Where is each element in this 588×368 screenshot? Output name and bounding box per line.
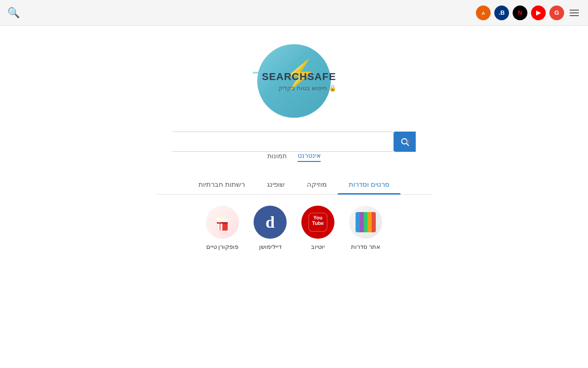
svg-point-16 xyxy=(216,218,220,221)
favicon-aliexpress[interactable]: A xyxy=(476,6,491,20)
dailymotion-letter: d xyxy=(266,213,275,232)
favicon-youtube[interactable]: ▶ xyxy=(531,6,546,20)
svg-text:You: You xyxy=(313,215,322,220)
tab-movies-series[interactable]: סרטים וסדרות xyxy=(338,177,401,194)
header-search-icon[interactable]: 🔍 xyxy=(7,7,20,19)
svg-point-19 xyxy=(222,216,226,219)
favicon-netflix[interactable]: N xyxy=(513,6,527,20)
tab-shopping[interactable]: שופינג xyxy=(256,177,296,194)
svg-rect-12 xyxy=(220,224,220,230)
youtube-label: יוטיוב xyxy=(311,243,325,250)
svg-rect-11 xyxy=(217,224,222,230)
site-item-popcorntime[interactable]: פופקורן טיים xyxy=(206,206,239,250)
category-tabs: סרטים וסדרות מוזיקה שופינג רשתות חברתיות xyxy=(156,177,432,195)
svg-point-17 xyxy=(226,218,229,221)
logo-container: ⚡ SEARCHSAFE 🔒 חיפוש בטוח בקליק xyxy=(248,44,340,118)
lock-icon: 🔒 xyxy=(329,85,336,92)
youtube-icon: You Tube xyxy=(301,206,334,239)
dailymotion-icon: d xyxy=(254,206,287,239)
youtube-icon-inner: You Tube xyxy=(305,209,331,235)
logo-title: SEARCHSAFE xyxy=(262,71,336,83)
logo-subtitle: 🔒 חיפוש בטוח בקליק xyxy=(262,85,336,92)
search-clear-button[interactable]: ✕ xyxy=(405,138,410,145)
site-item-dailymotion[interactable]: d דיילימושן xyxy=(254,206,287,250)
search-input[interactable] xyxy=(172,132,394,152)
svg-text:Tube: Tube xyxy=(312,220,323,226)
site-item-series[interactable]: אתר סדרות xyxy=(349,206,382,250)
main-content: ⚡ SEARCHSAFE 🔒 חיפוש בטוח בקליק ✕ אינטרנ… xyxy=(0,26,588,250)
popcorntime-icon xyxy=(206,206,239,239)
tab-images[interactable]: תמונות xyxy=(267,152,287,162)
logo-graphic: ⚡ SEARCHSAFE 🔒 חיפוש בטוח בקליק xyxy=(248,44,340,118)
search-wrapper: ✕ xyxy=(172,132,416,152)
header: G ▶ N B. A 🔍 xyxy=(0,0,588,26)
tab-social[interactable]: רשתות חברתיות xyxy=(187,177,256,194)
logo-subtitle-text: חיפוש בטוח בקליק xyxy=(278,85,327,92)
tab-internet[interactable]: אינטרנט xyxy=(298,152,321,162)
svg-text:A: A xyxy=(481,10,485,15)
series-stripes xyxy=(356,212,376,232)
favicon-google[interactable]: G xyxy=(549,6,564,20)
site-item-youtube[interactable]: You Tube יוטיוב xyxy=(301,206,334,250)
youtube-svg: You Tube xyxy=(305,209,331,235)
hamburger-menu[interactable] xyxy=(568,8,581,18)
header-left: G ▶ N B. A xyxy=(476,6,581,20)
search-tabs: אינטרנט תמונות xyxy=(267,152,321,162)
series-icon xyxy=(349,206,382,239)
favicon-booking[interactable]: B. xyxy=(494,6,509,20)
sites-grid: אתר סדרות You Tube יוטיוב d די xyxy=(156,206,432,250)
series-label: אתר סדרות xyxy=(351,243,380,250)
logo-text-block: SEARCHSAFE 🔒 חיפוש בטוח בקליק xyxy=(262,71,336,92)
dailymotion-label: דיילימושן xyxy=(259,243,282,250)
tab-music[interactable]: מוזיקה xyxy=(296,177,338,194)
svg-point-18 xyxy=(219,216,222,219)
popcorntime-label: פופקורן טיים xyxy=(206,243,239,250)
popcorn-svg xyxy=(211,211,234,234)
header-right: 🔍 xyxy=(7,7,20,19)
